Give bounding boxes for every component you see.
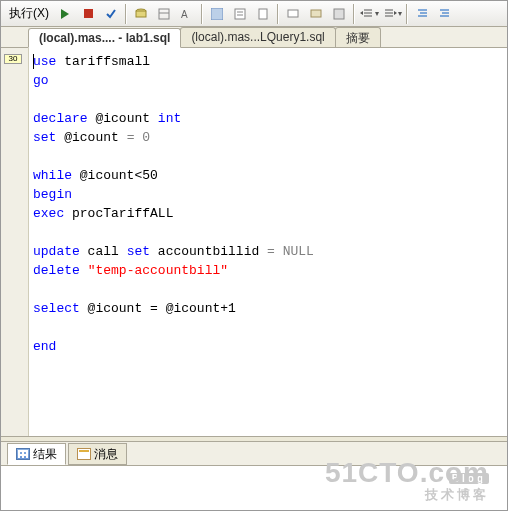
keyword: set bbox=[127, 244, 150, 259]
svg-rect-7 bbox=[211, 8, 223, 20]
text bbox=[275, 244, 283, 259]
document-tabs: (local).mas.... - lab1.sql (local).mas..… bbox=[1, 27, 507, 48]
results-tabbar: 结果 消息 bbox=[1, 442, 507, 466]
keyword: begin bbox=[33, 187, 72, 202]
format-icon[interactable]: A bbox=[176, 3, 198, 25]
separator-icon bbox=[125, 4, 127, 24]
editor-area: 30 use tariffsmall go declare @icount in… bbox=[1, 48, 507, 436]
indent-less-icon[interactable]: ▾ bbox=[358, 3, 380, 25]
text: @icount<50 bbox=[72, 168, 158, 183]
svg-rect-4 bbox=[159, 9, 169, 19]
text: call bbox=[80, 244, 127, 259]
string-literal: "temp-accountbill" bbox=[88, 263, 228, 278]
svg-text:A: A bbox=[181, 9, 188, 20]
svg-marker-18 bbox=[360, 11, 363, 15]
keyword: set bbox=[33, 130, 56, 145]
uncomment-icon[interactable] bbox=[305, 3, 327, 25]
results-tab-label: 结果 bbox=[33, 446, 57, 463]
svg-marker-22 bbox=[394, 11, 397, 15]
parse-icon[interactable] bbox=[100, 3, 122, 25]
run-icon[interactable] bbox=[54, 3, 76, 25]
null-literal: NULL bbox=[283, 244, 314, 259]
keyword: update bbox=[33, 244, 80, 259]
separator-icon bbox=[201, 4, 203, 24]
keyword: exec bbox=[33, 206, 64, 221]
editor-gutter: 30 bbox=[1, 48, 29, 436]
operator: = bbox=[267, 244, 275, 259]
svg-rect-13 bbox=[311, 10, 321, 17]
chevron-down-icon[interactable]: ▾ bbox=[398, 9, 402, 18]
tab-lquery1[interactable]: (local).mas...LQuery1.sql bbox=[180, 27, 335, 47]
svg-rect-14 bbox=[334, 9, 344, 19]
sql-editor[interactable]: use tariffsmall go declare @icount int s… bbox=[29, 48, 507, 436]
svg-rect-1 bbox=[84, 9, 93, 18]
identifier: tariffsmall bbox=[64, 54, 150, 69]
results-tab[interactable]: 结果 bbox=[7, 443, 66, 465]
svg-rect-12 bbox=[288, 10, 298, 17]
text: @icount = @icount+1 bbox=[80, 301, 236, 316]
results-grid-icon[interactable] bbox=[206, 3, 228, 25]
stop-icon[interactable] bbox=[77, 3, 99, 25]
tab-lab1[interactable]: (local).mas.... - lab1.sql bbox=[28, 28, 181, 48]
text bbox=[80, 263, 88, 278]
toolbar: 执行(X) A ▾ ▾ bbox=[1, 1, 507, 27]
keyword: while bbox=[33, 168, 72, 183]
keyword: end bbox=[33, 339, 56, 354]
plan-icon[interactable] bbox=[153, 3, 175, 25]
svg-rect-3 bbox=[136, 11, 146, 17]
messages-tab[interactable]: 消息 bbox=[68, 443, 127, 465]
messages-tab-label: 消息 bbox=[94, 446, 118, 463]
keyword: use bbox=[33, 54, 56, 69]
text: = 0 bbox=[119, 130, 150, 145]
text: accountbillid bbox=[150, 244, 267, 259]
chevron-down-icon[interactable]: ▾ bbox=[375, 9, 379, 18]
indent-icon[interactable] bbox=[434, 3, 456, 25]
sqlcmd-icon[interactable] bbox=[328, 3, 350, 25]
results-panel bbox=[1, 466, 507, 511]
separator-icon bbox=[277, 4, 279, 24]
grid-icon bbox=[16, 448, 30, 460]
message-icon bbox=[77, 448, 91, 460]
line-marker: 30 bbox=[4, 54, 22, 64]
keyword: int bbox=[158, 111, 181, 126]
separator-icon bbox=[353, 4, 355, 24]
variable: @icount bbox=[64, 130, 119, 145]
db-icon[interactable] bbox=[130, 3, 152, 25]
keyword: select bbox=[33, 301, 80, 316]
separator-icon bbox=[406, 4, 408, 24]
execute-button[interactable]: 执行(X) bbox=[3, 3, 53, 25]
svg-rect-11 bbox=[259, 9, 267, 19]
outdent-icon[interactable] bbox=[411, 3, 433, 25]
variable: @icount bbox=[95, 111, 150, 126]
svg-marker-0 bbox=[61, 9, 69, 19]
tab-summary[interactable]: 摘要 bbox=[335, 27, 381, 47]
svg-rect-8 bbox=[235, 9, 245, 19]
comment-icon[interactable] bbox=[282, 3, 304, 25]
keyword: go bbox=[33, 73, 49, 88]
results-file-icon[interactable] bbox=[252, 3, 274, 25]
keyword: declare bbox=[33, 111, 88, 126]
indent-more-icon[interactable]: ▾ bbox=[381, 3, 403, 25]
results-text-icon[interactable] bbox=[229, 3, 251, 25]
identifier: procTariffALL bbox=[64, 206, 173, 221]
keyword: delete bbox=[33, 263, 80, 278]
